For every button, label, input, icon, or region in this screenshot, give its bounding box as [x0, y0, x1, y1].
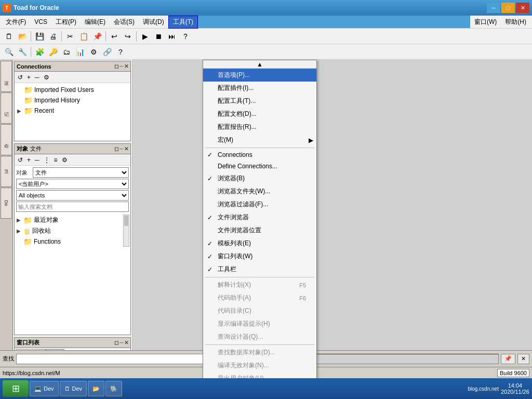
menu-item-code-toc: 代码目录(C) [203, 304, 316, 317]
minimize-button[interactable]: ─ [487, 3, 500, 13]
menu-item-config-tools[interactable]: 配置工具(T)... [203, 95, 316, 108]
menu-item-macro[interactable]: 宏(M) ▶ [203, 134, 316, 147]
menu-item-code-assist: 代码助手(A) F6 [203, 291, 316, 304]
menu-scroll-up[interactable]: ▲ [203, 60, 316, 69]
start-button[interactable]: ⊞ [3, 380, 29, 397]
menu-item-code-toc-label: 代码目录(C) [218, 307, 251, 315]
menu-item-browser-filter[interactable]: 浏览器过滤器(F)... [203, 198, 316, 211]
tb2-g[interactable]: ? [114, 46, 127, 58]
window-controls: ─ □ ✕ [487, 3, 529, 13]
file-browser-checkmark: ✓ [207, 214, 212, 221]
menu-file[interactable]: 文件(F) [2, 16, 30, 28]
tb2-d[interactable]: 📊 [74, 46, 86, 58]
menu-item-window-list[interactable]: ✓ 窗口列表(W) [203, 250, 316, 263]
title-bar-left: T Toad for Oracle [3, 4, 59, 12]
taskbar-right: blog.csdn.net 14:04 2020/11/26 [468, 382, 529, 395]
tb-sep-4 [136, 31, 137, 42]
clock-time: 14:04 [501, 382, 529, 389]
taskbar-app-3-icon: 📂 [92, 385, 100, 392]
menu-edit[interactable]: 编辑(E) [81, 16, 110, 28]
macro-submenu-arrow: ▶ [309, 137, 313, 144]
tb-run[interactable]: ▶ [139, 31, 151, 42]
tb2-f[interactable]: 🔗 [101, 46, 113, 58]
menu-item-file-browser-label: 文件浏览器 [218, 213, 249, 222]
menu-item-find-db-objects: 查找数据库对象(D)... [203, 346, 316, 359]
tb-undo[interactable]: ↩ [108, 31, 121, 42]
menu-item-browser-folder-label: 浏览器文件夹(W)... [218, 187, 270, 196]
tb2-b[interactable]: 🔑 [47, 46, 59, 58]
menu-item-config-docs[interactable]: 配置文档(D)... [203, 108, 316, 121]
menu-window[interactable]: 窗口(W) [470, 16, 501, 28]
taskbar-app-2[interactable]: 🗒 Dev [60, 381, 87, 396]
menu-item-preferences[interactable]: 首选项(P)... [203, 69, 316, 82]
tb-stop[interactable]: ⏹ [152, 31, 165, 42]
menu-sep-1 [205, 148, 314, 148]
taskbar: ⊞ 💻 Dev 🗒 Dev 📂 🐘 blog.csdn.net 14:04 20… [0, 378, 532, 399]
menu-item-connections[interactable]: ✓ Connections [203, 149, 316, 161]
system-tray-url: blog.csdn.net [468, 386, 499, 392]
template-panel-checkmark: ✓ [207, 240, 212, 247]
menu-bar: 文件(F) VCS 工程(P) 编辑(E) 会话(S) 调试(D) 工具(T) … [0, 16, 532, 29]
menu-overlay: ▲ 首选项(P)... 配置插件(I)... 配置工具(T)... 配置文档(D… [0, 60, 532, 367]
maximize-button[interactable]: □ [501, 3, 515, 13]
tb-copy[interactable]: 📋 [77, 31, 90, 42]
tools-dropdown-menu: ▲ 首选项(P)... 配置插件(I)... 配置工具(T)... 配置文档(D… [203, 60, 317, 399]
menu-item-config-plugins-label: 配置插件(I)... [218, 84, 254, 92]
menu-item-browser-folder[interactable]: 浏览器文件夹(W)... [203, 185, 316, 198]
title-bar: T Toad for Oracle ─ □ ✕ [0, 0, 532, 16]
menu-item-config-plugins[interactable]: 配置插件(I)... [203, 82, 316, 95]
tb-sep-3 [105, 31, 106, 42]
menu-item-config-reports[interactable]: 配置报告(R)... [203, 121, 316, 134]
menu-item-explain-plan-label: 解释计划(X) [218, 281, 251, 289]
taskbar-app-3[interactable]: 📂 [88, 381, 104, 396]
menu-project[interactable]: 工程(P) [51, 16, 81, 28]
menu-item-template-panel[interactable]: ✓ 模板列表(E) [203, 237, 316, 250]
menu-help[interactable]: 帮助(H) [501, 16, 530, 28]
menu-session[interactable]: 会话(S) [110, 16, 139, 28]
status-url: https://blog.csdn.net/M [3, 370, 60, 376]
menu-item-show-compiler-label: 显示编译器提示(H) [218, 320, 270, 328]
tb-redo[interactable]: ↪ [122, 31, 134, 42]
menu-item-config-docs-label: 配置文档(D)... [218, 110, 257, 118]
tb2-search[interactable]: 🔍 [3, 46, 15, 58]
close-button[interactable]: ✕ [516, 3, 529, 13]
tb2-e[interactable]: ⚙ [87, 46, 100, 58]
connections-checkmark: ✓ [207, 151, 212, 158]
menu-item-browser[interactable]: ✓ 浏览器(B) [203, 172, 316, 185]
tb2-a[interactable]: 🧩 [33, 46, 46, 58]
menu-item-show-compiler: 显示编译器提示(H) [203, 317, 316, 330]
window-list-checkmark: ✓ [207, 253, 212, 260]
menu-item-compile-invalid-label: 编译无效对象(N)... [218, 361, 269, 370]
tb-save[interactable]: 💾 [33, 31, 46, 42]
menu-debug[interactable]: 调试(D) [139, 16, 168, 28]
taskbar-app-1[interactable]: 💻 Dev [30, 381, 59, 396]
tb-cut[interactable]: ✂ [64, 31, 76, 42]
tb-open[interactable]: 📂 [16, 31, 29, 42]
tb-new[interactable]: 🗒 [3, 31, 15, 42]
app-window: T Toad for Oracle ─ □ ✕ 文件(F) VCS 工程(P) … [0, 0, 532, 399]
menu-item-file-browser-pos-label: 文件浏览器位置 [218, 226, 261, 235]
menu-item-toolbar[interactable]: ✓ 工具栏 [203, 263, 316, 276]
menu-vcs[interactable]: VCS [30, 17, 51, 27]
tb-step[interactable]: ⏭ [166, 31, 178, 42]
toolbar-2: 🔍 🔧 🧩 🔑 🗂 📊 ⚙ 🔗 ? [0, 44, 532, 60]
tb-print[interactable]: 🖨 [47, 31, 59, 42]
menu-item-explain-plan: 解释计划(X) F5 [203, 278, 316, 291]
code-assist-shortcut: F6 [299, 295, 306, 301]
menu-item-define-connections[interactable]: Define Connections... [203, 161, 316, 172]
tb-sep-1 [31, 31, 31, 42]
menu-item-macro-label: 宏(M) [218, 136, 233, 144]
taskbar-clock[interactable]: 14:04 2020/11/26 [501, 382, 529, 395]
tb-help[interactable]: ? [179, 31, 192, 42]
menu-tools[interactable]: 工具(T) [168, 16, 198, 29]
menu-sep-2 [205, 277, 314, 277]
tb-paste[interactable]: 📌 [91, 31, 103, 42]
title-text: Toad for Oracle [14, 4, 59, 11]
menu-item-file-browser-pos[interactable]: 文件浏览器位置 [203, 224, 316, 237]
menu-spacer [198, 16, 470, 28]
taskbar-app-4[interactable]: 🐘 [105, 381, 122, 396]
menu-item-template-panel-label: 模板列表(E) [218, 239, 251, 248]
tb2-c[interactable]: 🗂 [60, 46, 73, 58]
menu-item-file-browser[interactable]: ✓ 文件浏览器 [203, 211, 316, 224]
tb2-filter[interactable]: 🔧 [16, 46, 29, 58]
